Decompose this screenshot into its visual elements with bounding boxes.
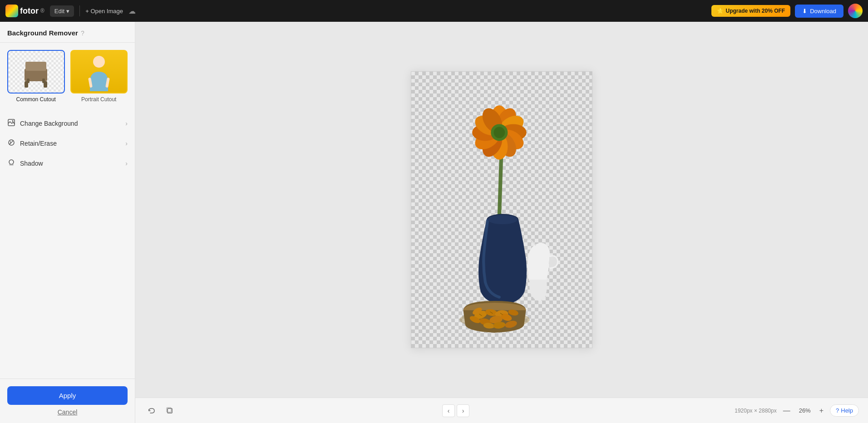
change-bg-icon <box>7 119 15 128</box>
chair-icon <box>20 55 52 89</box>
sidebar-help-icon[interactable]: ? <box>81 30 84 37</box>
zoom-in-button[interactable]: + <box>818 405 825 417</box>
canvas-area: ‹ › 1920px × 2880px — 26% + ? Help <box>135 22 868 423</box>
apply-button[interactable]: Apply <box>7 386 128 405</box>
avatar[interactable] <box>848 4 863 18</box>
svg-rect-1 <box>25 62 46 71</box>
portrait-cutout-card[interactable]: Portrait Cutout <box>70 50 128 103</box>
portrait-cutout-thumb <box>70 50 128 93</box>
shadow-option[interactable]: Shadow › <box>0 153 135 173</box>
open-image-button[interactable]: + Open Image <box>85 8 123 15</box>
portrait-thumb-inner <box>71 51 127 93</box>
svg-point-12 <box>9 160 14 164</box>
main-layout: Background Remover ? <box>0 22 868 423</box>
common-cutout-thumb <box>7 50 65 93</box>
prev-button[interactable]: ‹ <box>442 404 455 417</box>
sidebar-footer: Apply Cancel <box>0 379 135 423</box>
retain-erase-icon <box>7 139 15 148</box>
topbar-divider <box>79 5 80 16</box>
svg-rect-4 <box>27 79 30 83</box>
logo-superscript: ® <box>40 8 44 14</box>
layers-button[interactable] <box>163 403 177 418</box>
checker-canvas <box>411 71 592 348</box>
shadow-chevron: › <box>125 160 128 167</box>
chair-thumb-inner <box>8 51 64 93</box>
logo: fotor ® <box>5 5 44 17</box>
upgrade-button[interactable]: ⭐ Upgrade with 20% OFF <box>711 5 790 17</box>
svg-point-6 <box>93 56 105 68</box>
canvas-dimensions: 1920px × 2880px <box>735 408 776 414</box>
retain-erase-chevron: › <box>125 140 128 147</box>
still-life-image <box>411 72 592 348</box>
topbar-right: ⭐ Upgrade with 20% OFF ⬇ Download <box>711 4 863 18</box>
download-button[interactable]: ⬇ Download <box>795 5 843 18</box>
zoom-level: 26% <box>797 407 813 414</box>
help-button[interactable]: ? Help <box>830 404 859 417</box>
svg-rect-5 <box>42 79 45 83</box>
toolbar-left <box>144 403 177 418</box>
change-background-label: Change Background <box>20 120 121 127</box>
toolbar-right: 1920px × 2880px — 26% + ? Help <box>735 404 859 417</box>
zoom-out-button[interactable]: — <box>781 405 792 417</box>
next-button[interactable]: › <box>457 404 469 417</box>
change-background-chevron: › <box>125 120 128 127</box>
common-cutout-label: Common Cutout <box>16 96 56 103</box>
svg-point-30 <box>488 215 518 224</box>
topbar: fotor ® Edit ▾ + Open Image ☁ ⭐ Upgrade … <box>0 0 868 22</box>
cancel-button[interactable]: Cancel <box>7 408 128 416</box>
sidebar-options: Change Background › Retain/Erase › <box>0 110 135 379</box>
change-background-option[interactable]: Change Background › <box>0 113 135 133</box>
shadow-icon <box>7 159 15 168</box>
common-cutout-card[interactable]: Common Cutout <box>7 50 65 103</box>
logo-icon <box>5 5 18 17</box>
cloud-icon: ☁ <box>128 7 136 15</box>
portrait-icon <box>85 53 113 91</box>
sidebar: Background Remover ? <box>0 22 135 423</box>
cutout-options: Common Cutout Portrait Cutout <box>0 43 135 110</box>
sidebar-header: Background Remover ? <box>0 22 135 43</box>
canvas-content <box>135 22 868 398</box>
portrait-cutout-label: Portrait Cutout <box>81 96 116 103</box>
svg-point-28 <box>493 127 505 138</box>
undo-button[interactable] <box>144 403 159 418</box>
svg-point-13 <box>9 164 14 166</box>
subject-area <box>411 72 592 348</box>
logo-text: fotor <box>20 6 39 16</box>
retain-erase-option[interactable]: Retain/Erase › <box>0 133 135 153</box>
sidebar-title: Background Remover <box>7 29 78 37</box>
toolbar-center: ‹ › <box>442 404 469 417</box>
bottom-toolbar: ‹ › 1920px × 2880px — 26% + ? Help <box>135 398 868 423</box>
edit-button[interactable]: Edit ▾ <box>50 5 74 17</box>
shadow-label: Shadow <box>20 160 121 167</box>
retain-erase-label: Retain/Erase <box>20 140 121 147</box>
svg-point-10 <box>12 120 14 122</box>
